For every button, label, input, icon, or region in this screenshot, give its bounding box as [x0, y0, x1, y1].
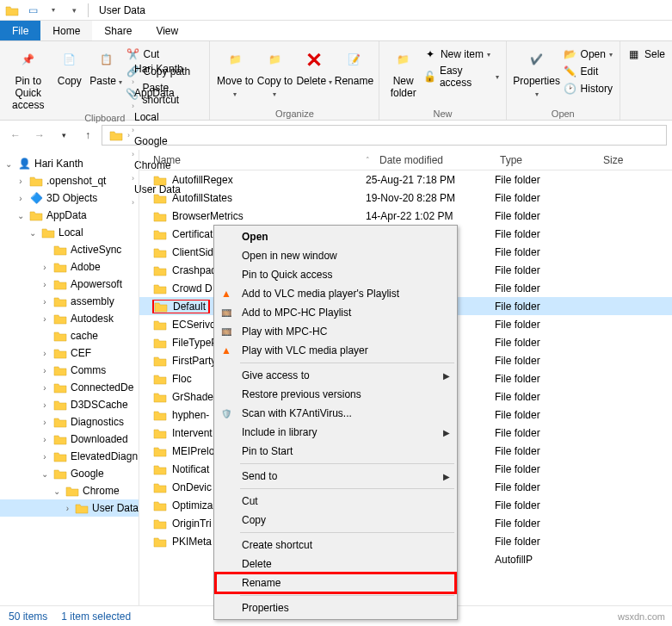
context-menu-item[interactable]: Delete: [216, 555, 455, 573]
back-button[interactable]: ←: [5, 125, 26, 146]
open-button[interactable]: 📂Open ▾: [562, 46, 614, 62]
context-menu-item[interactable]: Rename: [216, 573, 455, 592]
nav-item[interactable]: ›Adobe: [0, 258, 139, 276]
nav-item[interactable]: ⌄Google: [0, 465, 139, 482]
nav-item[interactable]: ›Autodesk: [0, 310, 139, 327]
expand-icon[interactable]: ⌄: [3, 159, 14, 169]
nav-item[interactable]: ›User Data: [0, 499, 139, 517]
delete-button[interactable]: ✕Delete ▾: [294, 43, 334, 88]
copy-button[interactable]: 📄 Copy: [52, 43, 88, 88]
qat-properties-icon[interactable]: ▭: [24, 2, 41, 19]
pin-quick-access-button[interactable]: 📌 Pin to Quick access: [5, 43, 52, 111]
select-all-button[interactable]: ▦Sele: [626, 46, 667, 62]
context-menu-item[interactable]: 🎞️Add to MPC-HC Playlist: [216, 303, 455, 322]
breadcrumb-item[interactable]: Local: [131, 111, 187, 123]
expand-icon[interactable]: ›: [40, 263, 50, 272]
nav-item[interactable]: ActiveSync: [0, 241, 139, 258]
context-menu-item[interactable]: Include in library▶: [216, 423, 455, 442]
nav-item[interactable]: ›.openshot_qt: [0, 172, 139, 189]
nav-item[interactable]: ›assembly: [0, 293, 139, 310]
tab-share[interactable]: Share: [92, 21, 144, 40]
address-bar[interactable]: › Hari Kanth›AppData›Local›Google›Chrome…: [102, 125, 667, 146]
context-menu-item[interactable]: Restore previous versions: [216, 385, 455, 404]
context-menu-item[interactable]: Send to▶: [216, 467, 455, 486]
easy-access-button[interactable]: 🔓Easy access ▾: [422, 64, 501, 90]
expand-icon[interactable]: ›: [15, 194, 26, 203]
expand-icon[interactable]: ⌄: [28, 228, 38, 238]
context-menu-item[interactable]: Properties: [216, 598, 455, 617]
history-button[interactable]: 🕑History: [562, 81, 614, 96]
col-size[interactable]: Size: [596, 154, 657, 166]
breadcrumb-root[interactable]: [106, 129, 126, 141]
nav-item[interactable]: ›Diagnostics: [0, 413, 139, 431]
expand-icon[interactable]: ›: [40, 314, 50, 324]
context-menu-item[interactable]: 🎞️Play with MPC-HC: [216, 322, 455, 341]
nav-item[interactable]: ⌄Chrome: [0, 482, 139, 499]
column-headers[interactable]: Name ˄ Date modified Type Size: [139, 150, 672, 170]
copy-to-button[interactable]: 📁Copy to ▾: [255, 43, 294, 100]
context-menu-item[interactable]: Open: [216, 227, 455, 246]
forward-button[interactable]: →: [29, 125, 50, 146]
expand-icon[interactable]: ⌄: [52, 487, 62, 496]
qat-customize-icon[interactable]: ▾: [65, 2, 83, 19]
navigation-pane[interactable]: ⌄👤Hari Kanth›.openshot_qt›🔷3D Objects⌄Ap…: [0, 150, 139, 605]
col-name[interactable]: Name: [139, 154, 359, 166]
context-menu-item[interactable]: Pin to Quick access: [216, 265, 455, 284]
rename-button[interactable]: 📝Rename: [334, 43, 373, 88]
nav-item[interactable]: ›D3DSCache: [0, 396, 139, 413]
qat-dropdown-icon[interactable]: ▾: [45, 2, 62, 19]
col-date[interactable]: Date modified: [373, 154, 493, 166]
context-menu-item[interactable]: Open in new window: [216, 246, 455, 265]
expand-icon[interactable]: ›: [64, 504, 71, 513]
edit-button[interactable]: ✏️Edit: [562, 64, 614, 79]
breadcrumb-item[interactable]: AppData: [131, 87, 187, 99]
breadcrumb-item[interactable]: Hari Kanth: [131, 63, 187, 75]
expand-icon[interactable]: ›: [40, 366, 50, 375]
expand-icon[interactable]: ›: [15, 177, 26, 186]
nav-item[interactable]: cache: [0, 327, 139, 344]
expand-icon[interactable]: ›: [40, 418, 50, 427]
new-item-button[interactable]: ✦New item ▾: [422, 46, 501, 62]
nav-item[interactable]: ›CEF: [0, 344, 139, 362]
context-menu-item[interactable]: Pin to Start: [216, 442, 455, 461]
nav-item[interactable]: ⌄AppData: [0, 207, 139, 224]
new-folder-button[interactable]: 📁New folder: [385, 43, 421, 100]
tab-home[interactable]: Home: [40, 21, 92, 40]
recent-dropdown[interactable]: ▾: [53, 125, 74, 146]
nav-item[interactable]: ›ConnectedDe: [0, 379, 139, 396]
breadcrumb-item[interactable]: Google: [131, 135, 187, 147]
context-menu-item[interactable]: Give access to▶: [216, 366, 455, 385]
move-to-button[interactable]: 📁Move to ▾: [215, 43, 255, 100]
nav-item[interactable]: ›Downloaded: [0, 431, 139, 448]
nav-item[interactable]: ⌄Local: [0, 224, 139, 241]
expand-icon[interactable]: ›: [40, 400, 50, 410]
context-menu-item[interactable]: ▲Play with VLC media player: [216, 341, 455, 360]
up-button[interactable]: ↑: [77, 125, 98, 146]
table-row[interactable]: AutofillRegex25-Aug-21 7:18 PMFile folde…: [139, 170, 672, 189]
nav-item[interactable]: ›Comms: [0, 362, 139, 379]
table-row[interactable]: BrowserMetrics14-Apr-22 1:02 PMFile fold…: [139, 207, 672, 225]
expand-icon[interactable]: ›: [40, 280, 50, 289]
nav-item[interactable]: ›ElevatedDiagn: [0, 448, 139, 465]
table-row[interactable]: AutofillStates19-Nov-20 8:28 PMFile fold…: [139, 189, 672, 207]
tab-view[interactable]: View: [144, 21, 190, 40]
nav-item[interactable]: ⌄👤Hari Kanth: [0, 155, 139, 172]
context-menu-item[interactable]: 🛡️Scan with K7AntiVirus...: [216, 404, 455, 423]
tab-file[interactable]: File: [0, 21, 40, 40]
context-menu-item[interactable]: Create shortcut: [216, 536, 455, 555]
expand-icon[interactable]: ›: [40, 435, 50, 444]
properties-button[interactable]: ✔️Properties ▾: [512, 43, 562, 100]
paste-button[interactable]: 📋 Paste ▾: [88, 43, 124, 88]
expand-icon[interactable]: ›: [40, 297, 50, 307]
nav-item[interactable]: ›🔷3D Objects: [0, 189, 139, 207]
cut-button[interactable]: ✂️Cut: [124, 46, 204, 62]
expand-icon[interactable]: ⌄: [40, 469, 50, 479]
col-type[interactable]: Type: [493, 154, 596, 166]
context-menu-item[interactable]: ▲Add to VLC media player's Playlist: [216, 284, 455, 303]
context-menu-item[interactable]: Cut: [216, 492, 455, 511]
context-menu-item[interactable]: Copy: [216, 511, 455, 530]
expand-icon[interactable]: ›: [40, 452, 50, 462]
expand-icon[interactable]: ⌄: [15, 211, 26, 220]
expand-icon[interactable]: ›: [40, 383, 50, 393]
expand-icon[interactable]: ›: [40, 349, 50, 358]
